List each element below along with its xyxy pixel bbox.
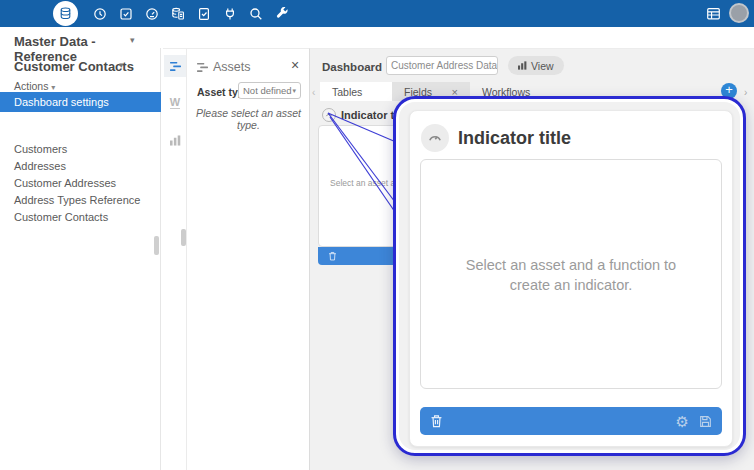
asset-type-select[interactable]: Not defined ▾ — [238, 82, 301, 99]
gauge-icon[interactable] — [144, 6, 159, 21]
top-bar — [0, 0, 754, 27]
sidebar-item-address-types-reference[interactable]: Address Types Reference — [14, 194, 140, 206]
gauge-icon — [421, 124, 449, 152]
dashboard-select[interactable]: Customer Address Datase ▾ — [386, 56, 498, 75]
view-button[interactable]: View — [508, 56, 564, 75]
indicator-title: Indicator title — [458, 128, 571, 149]
sidebar: Master Data - Reference ▾ Customer Conta… — [0, 48, 161, 470]
tabs-scroll-left-icon[interactable]: ‹ — [312, 87, 315, 98]
assets-tree-icon — [197, 62, 208, 73]
sidebar-item-customer-addresses[interactable]: Customer Addresses — [14, 177, 116, 189]
panel-resize-handle[interactable] — [181, 229, 186, 246]
app-window: Dashboard settings ? Master Data - Refer… — [0, 0, 754, 470]
tabs-scroll-right-icon[interactable]: › — [744, 87, 747, 98]
gear-icon[interactable]: ⚙ — [676, 414, 689, 429]
chart-icon — [518, 61, 527, 70]
assets-empty-message: Please select an asset type. — [187, 107, 310, 131]
database-icon — [59, 7, 72, 20]
asset-rail: W — [163, 48, 187, 470]
chevron-down-icon: ▾ — [119, 60, 124, 70]
wrench-icon[interactable] — [274, 6, 289, 21]
panel-resize-handle[interactable] — [154, 236, 159, 255]
trash-icon[interactable] — [328, 251, 337, 261]
charts-icon[interactable] — [164, 129, 186, 151]
avatar[interactable] — [729, 3, 749, 23]
gauge-icon — [322, 108, 336, 122]
database-module-button[interactable] — [53, 1, 78, 26]
save-icon[interactable] — [699, 415, 712, 428]
trash-icon[interactable] — [430, 414, 443, 428]
assets-panel: Assets × Asset type Not defined ▾ Please… — [187, 48, 310, 470]
widgets-icon[interactable]: W — [164, 91, 186, 113]
assets-panel-title: Assets — [213, 60, 251, 74]
plug-icon[interactable] — [222, 6, 237, 21]
indicator-footer: ⚙ — [420, 407, 722, 435]
dashboard-label: Dashboard — [322, 61, 382, 73]
entity-selector[interactable]: Customer Contacts — [14, 59, 134, 74]
chevron-down-icon: ▾ — [130, 35, 135, 45]
clock-icon[interactable] — [92, 6, 107, 21]
form-check-icon[interactable] — [196, 6, 211, 21]
data-table-icon[interactable] — [706, 6, 721, 21]
sidebar-item-customers[interactable]: Customers — [14, 143, 67, 155]
database-doc-icon[interactable] — [170, 6, 185, 21]
assets-tree-icon[interactable] — [164, 55, 186, 77]
task-check-icon[interactable] — [118, 6, 133, 21]
sidebar-item-dashboard-settings[interactable]: Dashboard settings — [0, 92, 161, 112]
indicator-card: Indicator title Select an asset and a fu… — [409, 110, 733, 447]
close-icon[interactable]: × — [291, 57, 299, 73]
indicator-empty-message: Select an asset and a function to create… — [448, 256, 694, 295]
search-icon[interactable] — [248, 6, 263, 21]
tab-tables[interactable]: Tables — [320, 82, 392, 101]
sidebar-item-addresses[interactable]: Addresses — [14, 160, 66, 172]
actions-menu[interactable]: Actions ▾ — [14, 80, 55, 92]
chevron-down-icon: ▾ — [292, 87, 296, 95]
indicator-body: Select an asset and a function to create… — [420, 159, 722, 389]
indicator-card-zoom-popup: Indicator title Select an asset and a fu… — [393, 96, 746, 456]
sidebar-item-customer-contacts[interactable]: Customer Contacts — [14, 211, 108, 223]
chevron-down-icon: ▾ — [51, 83, 55, 92]
